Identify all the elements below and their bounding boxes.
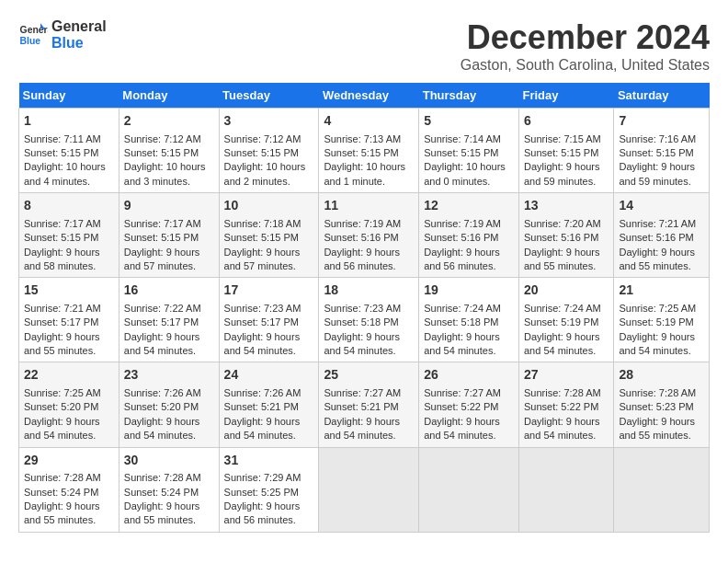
logo-line1: General — [51, 18, 107, 35]
day-info: and 59 minutes. — [619, 175, 704, 189]
day-info: and 57 minutes. — [124, 259, 214, 273]
day-info: Sunset: 5:23 PM — [619, 400, 704, 414]
day-info: Daylight: 9 hours — [524, 160, 609, 174]
day-number: 7 — [619, 112, 704, 131]
day-info: Sunrise: 7:28 AM — [619, 386, 704, 400]
title-area: December 2024 Gaston, South Carolina, Un… — [461, 18, 710, 74]
day-info: Daylight: 9 hours — [224, 500, 314, 513]
day-number: 1 — [24, 112, 114, 131]
day-info: Sunrise: 7:25 AM — [24, 386, 114, 400]
day-info: and 55 minutes. — [24, 344, 114, 358]
day-number: 18 — [324, 282, 414, 300]
day-number: 23 — [124, 366, 214, 385]
day-info: Sunrise: 7:21 AM — [24, 302, 114, 316]
day-info: Sunrise: 7:19 AM — [324, 217, 414, 231]
day-info: and 57 minutes. — [224, 259, 314, 273]
day-info: Sunrise: 7:17 AM — [24, 217, 114, 231]
day-info: Sunset: 5:15 PM — [524, 146, 609, 160]
day-number: 16 — [124, 282, 214, 300]
day-number: 12 — [424, 197, 514, 215]
day-number: 26 — [424, 366, 514, 385]
calendar-cell: 2Sunrise: 7:12 AMSunset: 5:15 PMDaylight… — [119, 109, 219, 193]
day-info: and 54 minutes. — [224, 429, 314, 442]
calendar-cell: 14Sunrise: 7:21 AMSunset: 5:16 PMDayligh… — [614, 193, 710, 278]
calendar-cell: 22Sunrise: 7:25 AMSunset: 5:20 PMDayligh… — [19, 362, 119, 447]
day-info: and 54 minutes. — [324, 344, 414, 358]
day-info: Sunset: 5:15 PM — [224, 231, 314, 245]
day-info: and 56 minutes. — [224, 513, 314, 527]
day-info: Daylight: 9 hours — [24, 330, 114, 344]
day-info: Sunset: 5:15 PM — [24, 231, 114, 245]
day-info: Sunset: 5:22 PM — [524, 400, 609, 414]
day-info: Daylight: 9 hours — [619, 330, 704, 344]
day-info: Sunset: 5:20 PM — [24, 400, 114, 414]
day-info: and 1 minute. — [324, 175, 414, 189]
day-info: Sunset: 5:15 PM — [124, 146, 214, 160]
calendar-cell: 26Sunrise: 7:27 AMSunset: 5:22 PMDayligh… — [419, 362, 519, 447]
calendar-cell: 1Sunrise: 7:11 AMSunset: 5:15 PMDaylight… — [19, 109, 119, 193]
day-info: and 55 minutes. — [619, 429, 704, 442]
day-info: Daylight: 9 hours — [224, 330, 314, 344]
day-number: 9 — [124, 197, 214, 215]
day-info: Daylight: 9 hours — [324, 330, 414, 344]
day-info: Sunrise: 7:14 AM — [424, 132, 514, 146]
header-day-monday: Monday — [119, 83, 219, 109]
day-info: Sunset: 5:16 PM — [524, 231, 609, 245]
calendar-cell: 28Sunrise: 7:28 AMSunset: 5:23 PMDayligh… — [614, 362, 710, 447]
day-info: Daylight: 9 hours — [324, 415, 414, 429]
day-info: Daylight: 9 hours — [619, 246, 704, 259]
day-info: and 54 minutes. — [324, 429, 414, 442]
day-info: Daylight: 9 hours — [224, 415, 314, 429]
day-number: 25 — [324, 366, 414, 385]
header: General Blue General Blue December 2024 … — [18, 18, 710, 74]
day-info: Sunset: 5:17 PM — [124, 316, 214, 329]
day-number: 28 — [619, 366, 704, 385]
calendar-cell: 30Sunrise: 7:28 AMSunset: 5:24 PMDayligh… — [119, 447, 219, 532]
day-info: and 55 minutes. — [24, 513, 114, 527]
day-info: and 54 minutes. — [524, 344, 609, 358]
day-info: Daylight: 9 hours — [124, 330, 214, 344]
calendar-cell: 24Sunrise: 7:26 AMSunset: 5:21 PMDayligh… — [219, 362, 319, 447]
calendar-cell: 23Sunrise: 7:26 AMSunset: 5:20 PMDayligh… — [119, 362, 219, 447]
day-number: 13 — [524, 197, 609, 215]
day-number: 17 — [224, 282, 314, 300]
day-info: Sunset: 5:24 PM — [24, 486, 114, 500]
day-info: Sunrise: 7:29 AM — [224, 471, 314, 485]
calendar-cell: 6Sunrise: 7:15 AMSunset: 5:15 PMDaylight… — [518, 109, 613, 193]
calendar-cell: 31Sunrise: 7:29 AMSunset: 5:25 PMDayligh… — [219, 447, 319, 532]
calendar-cell: 11Sunrise: 7:19 AMSunset: 5:16 PMDayligh… — [319, 193, 419, 278]
day-info: and 3 minutes. — [124, 175, 214, 189]
day-info: and 54 minutes. — [24, 429, 114, 442]
day-info: Daylight: 9 hours — [424, 246, 514, 259]
day-number: 2 — [124, 112, 214, 131]
day-info: Sunrise: 7:12 AM — [224, 132, 314, 146]
day-info: Sunrise: 7:17 AM — [124, 217, 214, 231]
day-info: Sunset: 5:16 PM — [424, 231, 514, 245]
day-info: Sunset: 5:16 PM — [324, 231, 414, 245]
day-info: Sunrise: 7:18 AM — [224, 217, 314, 231]
day-number: 29 — [24, 452, 114, 470]
day-info: and 59 minutes. — [524, 175, 609, 189]
calendar-cell: 25Sunrise: 7:27 AMSunset: 5:21 PMDayligh… — [319, 362, 419, 447]
day-info: and 54 minutes. — [619, 344, 704, 358]
day-number: 3 — [224, 112, 314, 131]
calendar-cell: 7Sunrise: 7:16 AMSunset: 5:15 PMDaylight… — [614, 109, 710, 193]
day-info: Sunset: 5:21 PM — [324, 400, 414, 414]
main-title: December 2024 — [461, 18, 710, 57]
calendar-cell — [419, 447, 519, 532]
calendar-cell: 27Sunrise: 7:28 AMSunset: 5:22 PMDayligh… — [518, 362, 613, 447]
day-info: Sunset: 5:25 PM — [224, 486, 314, 500]
day-info: Daylight: 9 hours — [124, 415, 214, 429]
day-info: and 58 minutes. — [24, 259, 114, 273]
day-info: Daylight: 9 hours — [619, 160, 704, 174]
header-day-wednesday: Wednesday — [319, 83, 419, 109]
day-number: 27 — [524, 366, 609, 385]
week-row-1: 1Sunrise: 7:11 AMSunset: 5:15 PMDaylight… — [19, 109, 710, 193]
day-info: Daylight: 10 hours — [24, 160, 114, 174]
day-info: Sunrise: 7:19 AM — [424, 217, 514, 231]
day-info: Sunrise: 7:20 AM — [524, 217, 609, 231]
calendar-cell: 18Sunrise: 7:23 AMSunset: 5:18 PMDayligh… — [319, 278, 419, 362]
day-info: and 56 minutes. — [324, 259, 414, 273]
day-info: Sunset: 5:15 PM — [24, 146, 114, 160]
calendar-cell: 13Sunrise: 7:20 AMSunset: 5:16 PMDayligh… — [518, 193, 613, 278]
